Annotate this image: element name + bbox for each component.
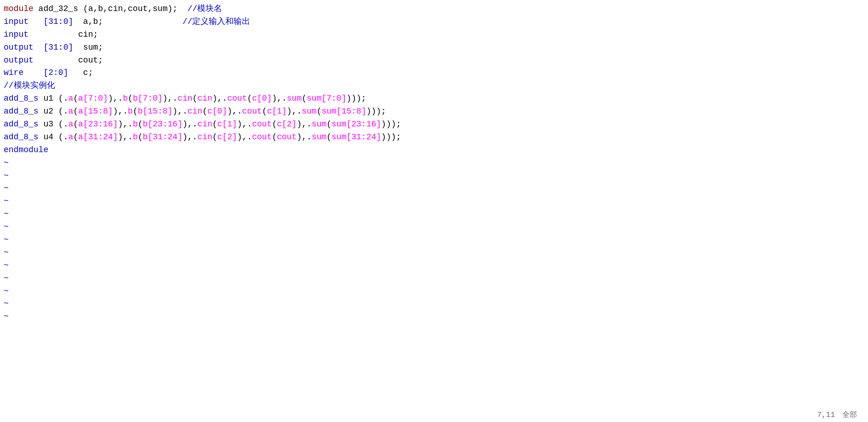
view-mode: 全部 bbox=[842, 410, 857, 421]
tilde-line-6: ~ bbox=[4, 221, 864, 234]
code-line-12: endmodule bbox=[4, 144, 864, 157]
code-line-3: input cin; bbox=[4, 29, 864, 41]
tilde-line-5: ~ bbox=[4, 208, 864, 221]
code-line-4: output [31:0] sum; bbox=[4, 41, 864, 54]
cursor-position: 7,11 bbox=[817, 410, 835, 421]
tilde-line-11: ~ bbox=[4, 285, 864, 298]
code-editor: module add_32_s (a,b,cin,cout,sum); //模块… bbox=[0, 0, 868, 422]
code-line-8: add_8_s u1 (.a(a[7:0]),.b(b[7:0]),.cin(c… bbox=[4, 92, 864, 105]
tilde-line-9: ~ bbox=[4, 259, 864, 272]
keyword-output-1: output bbox=[4, 43, 34, 52]
tilde-line-4: ~ bbox=[4, 195, 864, 208]
keyword-output-2: output bbox=[4, 56, 34, 65]
code-line-7: //模块实例化 bbox=[4, 80, 864, 92]
keyword-input-1: input bbox=[4, 17, 29, 26]
code-line-1: module add_32_s (a,b,cin,cout,sum); //模块… bbox=[4, 3, 864, 16]
keyword-input-2: input bbox=[4, 30, 29, 39]
tilde-line-12: ~ bbox=[4, 297, 864, 310]
tilde-line-3: ~ bbox=[4, 182, 864, 195]
tilde-line-7: ~ bbox=[4, 234, 864, 246]
code-line-11: add_8_s u4 (.a(a[31:24]),.b(b[31:24]),.c… bbox=[4, 131, 864, 144]
code-line-10: add_8_s u3 (.a(a[23:16]),.b(b[23:16]),.c… bbox=[4, 118, 864, 131]
tilde-line-1: ~ bbox=[4, 157, 864, 170]
status-bar: 7,11 全部 bbox=[0, 409, 868, 422]
code-line-2: input [31:0] a,b; //定义输入和输出 bbox=[4, 16, 864, 29]
code-line-6: wire [2:0] c; bbox=[4, 67, 864, 80]
keyword-wire: wire bbox=[4, 68, 23, 77]
keyword-module: module bbox=[4, 4, 34, 13]
tilde-line-8: ~ bbox=[4, 246, 864, 259]
code-line-9: add_8_s u2 (.a(a[15:8]),.b(b[15:8]),.cin… bbox=[4, 105, 864, 118]
code-line-5: output cout; bbox=[4, 54, 864, 67]
tilde-line-13: ~ bbox=[4, 310, 864, 323]
tilde-line-2: ~ bbox=[4, 170, 864, 182]
tilde-line-10: ~ bbox=[4, 272, 864, 285]
